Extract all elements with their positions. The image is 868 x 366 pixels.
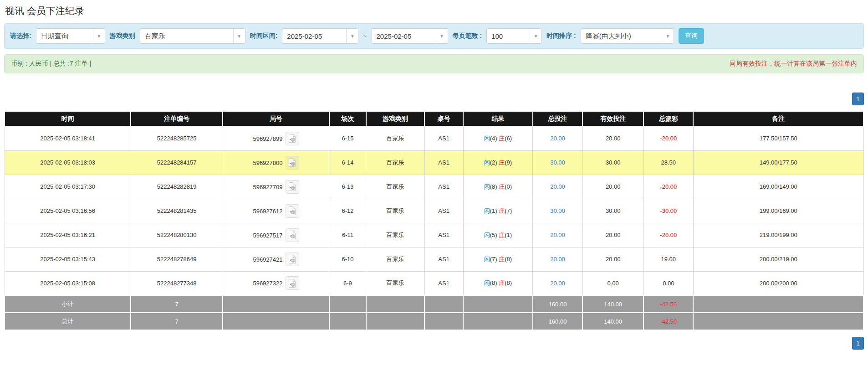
cell-game-type: 百家乐	[366, 247, 424, 271]
chevron-down-icon: ▼	[530, 29, 541, 43]
betting-records-page: 视讯 会员下注纪录 请选择: 日期查询 ▼ 游戏类别 百家乐 ▼ 时间区间: 2…	[0, 0, 868, 352]
result-banker-count: (8)	[505, 279, 512, 286]
cell-bet-id: 522248280130	[131, 223, 223, 247]
round-number: 596927800	[253, 159, 282, 166]
pagination-page-button[interactable]: 1	[852, 93, 864, 105]
cell-valid-bet: 30.00	[582, 199, 643, 223]
total-bet-link[interactable]: 20.00	[550, 280, 565, 287]
date-range-tilde: ~	[363, 32, 367, 40]
table-footer: 小计7160.00140.00-42.50总计7160.00140.00-42.…	[5, 295, 863, 330]
cell-result: 闲(7) 庄(8)	[463, 247, 533, 271]
result-banker-count: (1)	[505, 232, 512, 238]
cell-table-number: AS1	[424, 126, 463, 150]
result-banker-count: (9)	[505, 159, 512, 166]
result-player-count: (4)	[490, 135, 497, 142]
result-banker-label: 庄	[499, 256, 505, 263]
summary-payout: -42.50	[643, 295, 693, 313]
cell-table-number-empty	[424, 313, 463, 330]
result-banker-count: (6)	[505, 135, 512, 142]
video-replay-button[interactable]	[286, 253, 299, 266]
page-size-select[interactable]: 100 ▼	[486, 28, 542, 44]
summary-currency-total: 币别 : 人民币 | 总共 :7 注单 |	[11, 60, 91, 68]
search-button[interactable]: 查询	[679, 28, 704, 44]
date-to-select[interactable]: 2025-02-05 ▼	[372, 28, 448, 44]
round-number: 596927421	[253, 256, 282, 263]
total-bet-link[interactable]: 20.00	[550, 232, 565, 238]
total-bet-link[interactable]: 30.00	[550, 159, 565, 166]
result-player-label: 闲	[484, 279, 490, 286]
chevron-down-icon: ▼	[346, 29, 358, 43]
video-replay-button[interactable]	[286, 204, 299, 218]
video-file-icon	[288, 278, 296, 288]
pagination-bottom: 1	[4, 337, 864, 350]
cell-time: 2025-02-05 03:16:56	[5, 199, 131, 223]
cell-valid-bet: 20.00	[582, 175, 643, 199]
table-row: 2025-02-05 03:15:43522248278649596927421…	[5, 247, 863, 271]
summary-valid-bet: 140.00	[582, 295, 643, 313]
query-type-value: 日期查询	[36, 29, 93, 43]
video-file-icon	[288, 158, 296, 167]
result-banker-count: (8)	[505, 256, 512, 263]
game-type-select[interactable]: 百家乐 ▼	[140, 28, 245, 44]
total-bet-link[interactable]: 30.00	[550, 207, 565, 214]
table-row: 2025-02-05 03:16:21522248280130596927517…	[5, 223, 863, 247]
cell-time: 2025-02-05 03:18:41	[5, 126, 131, 150]
video-replay-button[interactable]	[286, 276, 299, 290]
page-size-value: 100	[487, 29, 530, 43]
video-replay-button[interactable]	[286, 156, 299, 170]
cell-remark: 149.00/177.50	[693, 150, 863, 175]
summary-total-bet: 160.00	[533, 313, 582, 330]
cell-session: 6-14	[329, 150, 366, 175]
cell-session-empty	[329, 295, 366, 313]
cell-round-empty	[223, 313, 329, 330]
cell-session: 6-15	[329, 126, 366, 150]
cell-time: 2025-02-05 03:15:43	[5, 247, 131, 271]
result-banker-label: 庄	[499, 183, 505, 190]
total-bet-link[interactable]: 20.00	[550, 256, 565, 263]
cell-remark: 199.00/169.00	[693, 199, 863, 223]
summary-bar: 币别 : 人民币 | 总共 :7 注单 | 同局有效投注，统一计算在该局第一张注…	[4, 54, 864, 73]
summary-row: 小计7160.00140.00-42.50	[5, 295, 863, 313]
date-from-select[interactable]: 2025-02-05 ▼	[282, 28, 358, 44]
cell-table-number: AS1	[424, 247, 463, 271]
video-replay-button[interactable]	[286, 180, 299, 194]
column-header: 备注	[693, 111, 863, 126]
cell-result: 闲(8) 庄(0)	[463, 175, 533, 199]
round-number: 596927322	[253, 280, 282, 287]
pagination-page-button[interactable]: 1	[852, 337, 864, 350]
column-header: 总投注	[533, 111, 582, 126]
cell-round: 596927709	[223, 175, 329, 199]
cell-time: 2025-02-05 03:18:03	[5, 150, 131, 175]
query-type-select[interactable]: 日期查询 ▼	[36, 28, 105, 44]
game-type-label: 游戏类别	[110, 32, 135, 40]
cell-table-number: AS1	[424, 199, 463, 223]
cell-remark: 200.00/200.00	[693, 271, 863, 295]
date-to-value: 2025-02-05	[372, 29, 436, 43]
sort-order-select[interactable]: 降幂(由大到小) ▼	[581, 28, 674, 44]
summary-note: 同局有效投注，统一计算在该局第一张注单内	[730, 60, 857, 68]
cell-round: 596927421	[223, 247, 329, 271]
total-bet-link[interactable]: 20.00	[550, 135, 565, 142]
cell-bet-id: 522248281435	[131, 199, 223, 223]
cell-result: 闲(4) 庄(6)	[463, 126, 533, 150]
bet-records-table: 时间注单编号局号场次游戏类别桌号结果总投注有效投注总派彩备注 2025-02-0…	[4, 111, 864, 330]
video-replay-button[interactable]	[286, 228, 299, 242]
cell-time: 2025-02-05 03:15:08	[5, 271, 131, 295]
summary-row: 总计7160.00140.00-42.50	[5, 313, 863, 330]
cell-remark: 169.00/149.00	[693, 175, 863, 199]
video-replay-button[interactable]	[286, 132, 299, 145]
cell-bet-id: 522248282819	[131, 175, 223, 199]
sort-order-label: 时间排序 :	[546, 32, 576, 40]
cell-valid-bet: 0.00	[582, 271, 643, 295]
cell-bet-id: 522248278649	[131, 247, 223, 271]
column-header: 总派彩	[643, 111, 693, 126]
column-header: 结果	[463, 111, 533, 126]
result-banker-label: 庄	[499, 135, 505, 142]
cell-time: 2025-02-05 03:17:30	[5, 175, 131, 199]
total-bet-link[interactable]: 20.00	[550, 183, 565, 190]
cell-total-bet: 20.00	[533, 126, 582, 150]
query-type-label: 请选择:	[10, 32, 31, 40]
video-file-icon	[288, 254, 296, 264]
cell-session: 6-13	[329, 175, 366, 199]
cell-payout: 0.00	[643, 271, 693, 295]
